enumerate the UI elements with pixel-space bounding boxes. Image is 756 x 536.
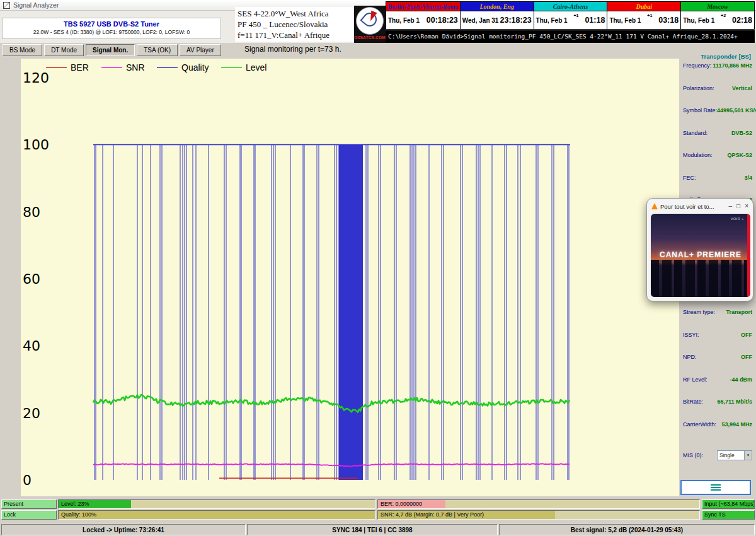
present-indicator: Present	[1, 499, 57, 509]
tab-bar: BS Mode DT Mode Signal Mon. TSA (OK) AV …	[0, 43, 756, 59]
field-standard: Standard:DVB-S2	[680, 130, 755, 153]
clock-berlin-time: 00:18:23	[427, 16, 458, 25]
ber-bar: BER: 0,0000000	[377, 499, 700, 509]
skyline-image	[651, 260, 750, 297]
field-fec: FEC:3/4	[680, 175, 755, 197]
field-frequency: Frequency:11170,866 MHz	[680, 62, 755, 85]
level-bar: Level: 23%	[58, 499, 375, 509]
tab-bs-mode[interactable]: BS Mode	[3, 44, 42, 56]
field-polarization: Polarization:Vertical	[680, 85, 755, 108]
svg-text:100: 100	[23, 137, 49, 153]
mis-field: MIS (0): Single ▼	[680, 450, 755, 460]
status-bar: Locked -> Uptime: 73:26:41 SYNC 184 | TE…	[0, 523, 756, 536]
sync-ts-indicator: Sync TS	[702, 510, 755, 520]
input-indicator: Input (~63,84 Mbps)	[702, 499, 755, 509]
dxsatcs-logo: DXSATCS.COM	[354, 6, 386, 45]
clock-cairo-city: Cairo-Athens	[534, 2, 607, 11]
video-preview[interactable]: VOIR + CANAL+ PREMIERE	[651, 214, 750, 297]
clock-berlin-date: Thu, Feb 1	[388, 17, 420, 24]
clock-cairo-date: Thu, Feb 1	[536, 17, 568, 24]
level-label: Level: 23%	[61, 501, 89, 507]
frequency-name: f=11 171_V:Canal+ Afrique	[238, 30, 365, 40]
clock-london-date: Wed, Jan 31	[462, 17, 499, 24]
tuner-name: TBS 5927 USB DVB-S2 Tuner	[3, 20, 220, 28]
field-carrier-width: CarrierWidth:53,994 MHz	[680, 421, 755, 444]
clock-dubai: Dubai Thu, Feb 1 +1 03:18	[607, 2, 680, 29]
uptime-status: Locked -> Uptime: 73:26:41	[1, 524, 246, 535]
monitoring-caption: Signal monitoring per t=73 h.	[244, 45, 341, 54]
transponder-fields-bottom: Stream type:Transport ISSYI:OFF NPD:OFF …	[680, 309, 755, 443]
satellite-name: SES 4-22.0°W_West Africa	[238, 8, 365, 19]
clock-moscow-time: 02:18	[732, 16, 752, 25]
list-icon	[711, 484, 721, 491]
field-issyi: ISSYI:OFF	[680, 332, 755, 354]
chevron-down-icon[interactable]: ▼	[744, 451, 752, 460]
field-rf-level: RF Level:-44 dBm	[680, 376, 755, 399]
voir-plus-label: VOIR +	[731, 217, 744, 221]
app-icon	[3, 2, 10, 9]
sidebar-action-button[interactable]	[680, 480, 751, 495]
signal-analyzer-window: Signal Analyzer TBS 5927 USB DVB-S2 Tune…	[0, 0, 756, 536]
vlc-popup-title: Pour tout voir et to...	[660, 203, 724, 210]
svg-text:120: 120	[23, 70, 49, 86]
svg-text:80: 80	[23, 204, 40, 220]
sync-status: SYNC 184 | TEI 6 | CC 3898	[247, 524, 498, 535]
clock-moscow-city: Moscow	[681, 2, 754, 11]
clock-dubai-date: Thu, Feb 1	[609, 17, 641, 24]
vlc-popup-window: Pour tout voir et to... – □ × VOIR + CAN…	[646, 198, 753, 301]
clock-berlin: Berlin-Paris-Vienna-Roma Thu, Feb 1 00:1…	[386, 2, 460, 29]
world-clocks: Berlin-Paris-Vienna-Roma Thu, Feb 1 00:1…	[386, 1, 755, 30]
tab-signal-mon[interactable]: Signal Mon.	[86, 44, 135, 56]
red-strip	[747, 214, 750, 297]
site-name: PF 450 _ Lucenec/Slovakia	[238, 19, 365, 30]
field-stream-type: Stream type:Transport	[680, 309, 755, 332]
clock-london-city: London, Eng	[461, 2, 534, 11]
lock-indicator: Lock	[1, 510, 57, 520]
clock-london-time: 23:18:23	[500, 16, 532, 25]
field-modulation: Modulation:QPSK-S2	[680, 152, 755, 175]
field-bitrate: BitRate:66,711 Mbit/s	[680, 399, 755, 421]
svg-text:BER: BER	[71, 62, 89, 73]
tab-tsa[interactable]: TSA (OK)	[137, 44, 178, 56]
canal-premiere-label: CANAL+ PREMIERE	[651, 250, 750, 259]
clock-berlin-city: Berlin-Paris-Vienna-Roma	[386, 2, 460, 11]
snr-label: SNR: 4,7 dB (Margin: 0,7 dB | Very Poor)	[381, 511, 484, 518]
svg-text:20: 20	[23, 405, 40, 421]
tuner-info-box: TBS 5927 USB DVB-S2 Tuner 22.0W - SES 4 …	[2, 18, 221, 39]
svg-text:40: 40	[23, 338, 40, 354]
dxsatcs-logo-text: DXSATCS.COM	[354, 35, 386, 40]
quality-bar: Quality: 100%	[58, 510, 375, 520]
svg-text:Level: Level	[246, 62, 266, 73]
ber-label: BER: 0,0000000	[381, 501, 422, 507]
clock-cairo: Cairo-Athens Thu, Feb 1 +1 01:18	[534, 2, 607, 29]
transponder-title: Transponder [BS]	[679, 53, 753, 60]
svg-text:60: 60	[23, 271, 40, 287]
signal-chart: BERSNRQualityLevel120100806040200	[21, 59, 679, 496]
tab-av-player[interactable]: AV Player	[180, 44, 221, 56]
console-path[interactable]: C:\Users\Roman Dávid>Signal monitoring_P…	[386, 30, 755, 43]
clock-cairo-time: 01:18	[585, 16, 605, 25]
svg-text:SNR: SNR	[126, 62, 145, 73]
field-symbol-rate: Symbol Rate:44995,501 KS/s	[680, 107, 755, 130]
best-signal-status: Best signal: 5,2 dB (2024-01-29 05:43)	[499, 524, 755, 535]
svg-text:Quality: Quality	[181, 62, 209, 73]
vlc-cone-icon	[651, 203, 658, 209]
minimize-button[interactable]: –	[729, 203, 733, 209]
close-button[interactable]: ×	[745, 203, 748, 209]
header-center-text: SES 4-22.0°W_West Africa PF 450 _ Lucene…	[235, 7, 367, 42]
vlc-popup-titlebar[interactable]: Pour tout voir et to... – □ ×	[647, 199, 753, 214]
clock-london: London, Eng Wed, Jan 31 23:18:23	[460, 2, 534, 29]
svg-text:0: 0	[23, 472, 32, 488]
snr-bar: SNR: 4,7 dB (Margin: 0,7 dB | Very Poor)	[377, 510, 700, 520]
window-title: Signal Analyzer	[13, 1, 59, 9]
transponder-fields-top: Frequency:11170,866 MHz Polarization:Ver…	[680, 62, 755, 219]
clock-moscow-date: Thu, Feb 1	[683, 17, 714, 24]
maximize-button[interactable]: □	[736, 203, 740, 209]
mis-dropdown[interactable]: Single ▼	[717, 450, 752, 460]
clock-dubai-city: Dubai	[607, 2, 680, 11]
field-npd: NPD:OFF	[680, 354, 755, 376]
tuner-details: 22.0W - SES 4 (ID: 3380) @ LOF1: 9750000…	[3, 29, 220, 35]
dxsatcs-logo-icon	[356, 7, 384, 35]
tab-dt-mode[interactable]: DT Mode	[44, 44, 84, 56]
header-band: TBS 5927 USB DVB-S2 Tuner 22.0W - SES 4 …	[0, 11, 756, 43]
